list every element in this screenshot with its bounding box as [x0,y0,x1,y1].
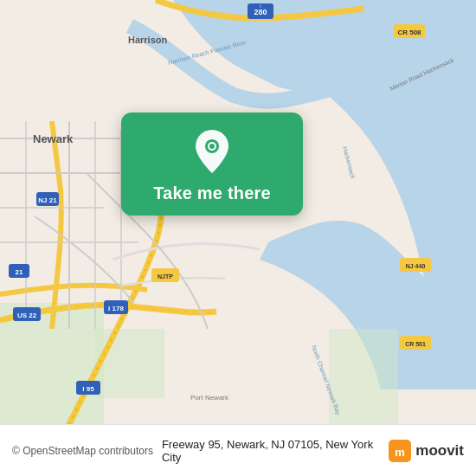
svg-text:Port Newark: Port Newark [190,394,229,402]
take-me-there-button[interactable]: Take me there [153,183,271,203]
svg-text:NJTP: NJTP [158,273,173,280]
svg-text:Harrison: Harrison [128,35,168,45]
svg-text:NJ 440: NJ 440 [406,263,426,269]
svg-text:NJ 21: NJ 21 [38,196,57,204]
svg-text:Newark: Newark [33,132,74,145]
svg-text:21: 21 [16,268,23,276]
address-bar: © OpenStreetMap contributors Freeway 95,… [0,424,476,476]
svg-text:I: I [260,3,261,9]
moovit-wordmark: moovit [415,442,464,460]
svg-text:m: m [395,446,405,459]
address-label: Freeway 95, Newark, NJ 07105, New York C… [162,438,389,464]
svg-text:CR 508: CR 508 [397,29,421,36]
svg-text:CR 501: CR 501 [405,341,426,347]
svg-point-43 [209,144,215,149]
svg-text:I 95: I 95 [82,385,94,393]
svg-rect-2 [95,329,164,398]
svg-text:US 22: US 22 [17,312,37,319]
take-me-there-card[interactable]: Take me there [121,113,303,215]
moovit-branding: m moovit [389,440,464,462]
location-pin-icon [189,128,235,175]
svg-text:280: 280 [254,8,267,16]
osm-attribution: © OpenStreetMap contributors [12,445,153,457]
svg-text:I 178: I 178 [108,305,124,312]
moovit-logo-icon: m [389,440,411,462]
map-container: 280 I CR 508 NJ 21 21 US 22 I 178 NJTP I… [0,0,476,424]
